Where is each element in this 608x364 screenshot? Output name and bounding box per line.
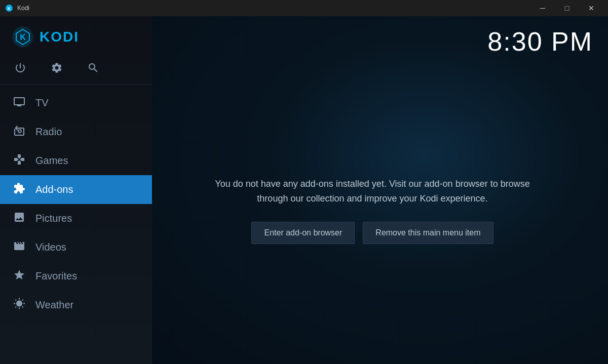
addons-icon: [12, 182, 26, 197]
app-container: K KODI: [0, 16, 608, 364]
clock-display: 8:30 PM: [487, 26, 593, 57]
pictures-icon: [12, 211, 26, 226]
radio-icon: [12, 125, 26, 139]
titlebar-left: K Kodi: [5, 4, 29, 12]
action-buttons: Enter add-on browser Remove this main me…: [251, 222, 493, 244]
settings-button[interactable]: [49, 60, 65, 76]
sidebar-item-games[interactable]: Games: [0, 146, 152, 175]
tv-icon: [12, 96, 26, 110]
sidebar-divider: [0, 84, 152, 85]
search-icon: [87, 62, 99, 74]
sidebar: K KODI: [0, 16, 152, 364]
sidebar-item-addons[interactable]: Add-ons: [0, 175, 152, 204]
close-button[interactable]: ✕: [580, 0, 603, 16]
window-title: Kodi: [17, 5, 29, 12]
weather-icon: [12, 298, 26, 312]
kodi-logo-icon: K: [12, 26, 33, 48]
gear-icon: [51, 62, 63, 74]
videos-icon: [12, 240, 26, 255]
sidebar-item-games-label: Games: [35, 155, 68, 167]
svg-text:K: K: [8, 6, 11, 11]
logo-area: K KODI: [0, 16, 152, 56]
power-icon: [14, 62, 26, 74]
top-controls: [0, 56, 152, 84]
kodi-brand-name: KODI: [40, 29, 79, 45]
maximize-button[interactable]: □: [555, 0, 579, 16]
empty-addons-message: You do not have any add-ons installed ye…: [200, 177, 545, 206]
sidebar-item-pictures-label: Pictures: [35, 213, 72, 224]
sidebar-item-addons-label: Add-ons: [35, 184, 73, 195]
sidebar-item-weather[interactable]: Weather: [0, 291, 152, 319]
sidebar-item-videos-label: Videos: [35, 241, 66, 253]
games-icon: [12, 153, 26, 168]
favorites-icon: [12, 269, 26, 284]
sidebar-item-videos[interactable]: Videos: [0, 233, 152, 262]
content-area: You do not have any add-ons installed ye…: [152, 57, 593, 364]
remove-menu-item-button[interactable]: Remove this main menu item: [363, 222, 493, 244]
sidebar-item-radio[interactable]: Radio: [0, 117, 152, 146]
sidebar-item-radio-label: Radio: [35, 126, 62, 138]
enter-addon-browser-button[interactable]: Enter add-on browser: [251, 222, 355, 244]
sidebar-item-tv-label: TV: [35, 97, 49, 109]
search-button[interactable]: [85, 60, 101, 76]
sidebar-item-weather-label: Weather: [35, 299, 73, 311]
titlebar: K Kodi ─ □ ✕: [0, 0, 608, 16]
titlebar-controls: ─ □ ✕: [531, 0, 603, 16]
app-icon: K: [5, 4, 13, 12]
main-content: 8:30 PM You do not have any add-ons inst…: [152, 16, 608, 364]
sidebar-item-favorites[interactable]: Favorites: [0, 262, 152, 291]
svg-text:K: K: [20, 33, 26, 42]
power-button[interactable]: [12, 60, 28, 76]
sidebar-item-pictures[interactable]: Pictures: [0, 204, 152, 233]
minimize-button[interactable]: ─: [531, 0, 554, 16]
sidebar-item-tv[interactable]: TV: [0, 89, 152, 117]
sidebar-item-favorites-label: Favorites: [35, 270, 77, 282]
